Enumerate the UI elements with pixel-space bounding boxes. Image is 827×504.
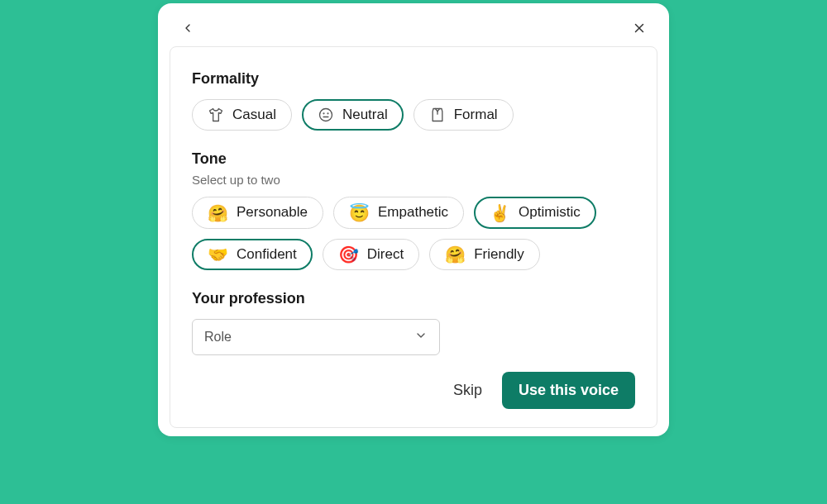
tone-option-confident[interactable]: 🤝 Confident <box>192 239 313 270</box>
dialog-header <box>158 3 669 46</box>
profession-select-wrap: Role <box>192 319 440 355</box>
tone-title: Tone <box>192 150 635 168</box>
skip-button[interactable]: Skip <box>448 375 487 406</box>
chip-label: Neutral <box>342 107 388 123</box>
chevron-down-icon <box>414 329 428 345</box>
dialog-body: Formality Casual Neutral Formal <box>170 46 657 428</box>
chip-label: Direct <box>367 246 404 263</box>
tone-subtitle: Select up to two <box>192 173 635 187</box>
smiling-hearts-icon: 🤗 <box>445 246 466 263</box>
halo-face-icon: 😇 <box>349 205 370 221</box>
tone-options: 🤗 Personable 😇 Empathetic ✌️ Optimistic … <box>192 197 635 270</box>
chip-label: Empathetic <box>378 204 448 221</box>
svg-point-3 <box>323 113 324 114</box>
chip-label: Optimistic <box>519 204 581 221</box>
back-button[interactable] <box>178 18 198 38</box>
tone-option-optimistic[interactable]: ✌️ Optimistic <box>474 197 596 228</box>
handshake-icon: 🤝 <box>208 246 228 263</box>
chip-label: Personable <box>237 204 308 221</box>
formality-options: Casual Neutral Formal <box>192 99 635 131</box>
svg-point-2 <box>319 109 332 121</box>
tshirt-icon <box>208 107 224 123</box>
dialog-footer: Skip Use this voice <box>192 372 635 409</box>
victory-hand-icon: ✌️ <box>490 205 510 221</box>
shirt-icon <box>429 107 446 123</box>
chip-label: Friendly <box>474 246 523 263</box>
close-button[interactable] <box>629 18 649 38</box>
target-icon: 🎯 <box>338 246 359 263</box>
chevron-left-icon <box>181 21 194 35</box>
chip-label: Casual <box>232 107 276 123</box>
formality-option-neutral[interactable]: Neutral <box>302 99 404 131</box>
profession-title: Your profession <box>192 290 635 307</box>
svg-point-4 <box>327 113 328 114</box>
use-this-voice-button[interactable]: Use this voice <box>502 372 635 409</box>
neutral-face-icon <box>318 107 334 123</box>
tone-option-empathetic[interactable]: 😇 Empathetic <box>333 197 464 228</box>
formality-option-casual[interactable]: Casual <box>192 99 292 131</box>
profession-select[interactable]: Role <box>192 319 440 355</box>
profession-placeholder: Role <box>204 330 232 345</box>
hugging-face-icon: 🤗 <box>208 205 228 221</box>
tone-option-friendly[interactable]: 🤗 Friendly <box>429 239 539 270</box>
close-icon <box>632 21 647 36</box>
voice-dialog: Formality Casual Neutral Formal <box>158 3 669 436</box>
formality-option-formal[interactable]: Formal <box>414 99 514 131</box>
formality-title: Formality <box>192 70 635 88</box>
tone-option-direct[interactable]: 🎯 Direct <box>323 239 419 270</box>
chip-label: Formal <box>454 107 498 123</box>
chip-label: Confident <box>237 246 297 263</box>
tone-option-personable[interactable]: 🤗 Personable <box>192 197 323 228</box>
